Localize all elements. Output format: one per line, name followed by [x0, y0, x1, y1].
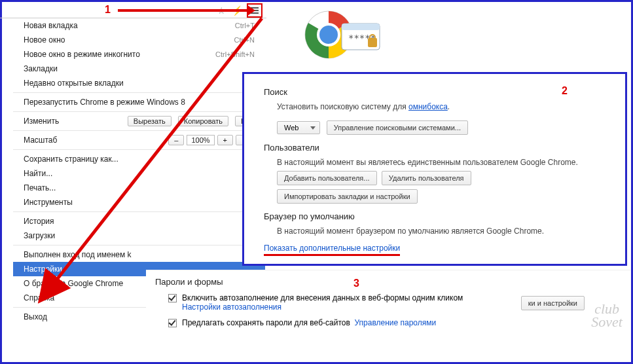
zoom-out-button[interactable]: – — [168, 135, 184, 145]
autofill-settings-link[interactable]: Настройки автозаполнения — [182, 302, 281, 312]
manage-passwords-link[interactable]: Управление паролями — [354, 318, 436, 327]
menu-label: Справка — [24, 293, 54, 302]
menu-label: Недавно открытые вкладки — [24, 79, 124, 88]
chevron-down-icon — [310, 126, 316, 130]
autofill-label: Включить автозаполнение для внесения дан… — [182, 293, 463, 302]
menu-label: Настройки — [24, 264, 62, 274]
offer-save-label: Предлагать сохранять пароли для веб-сайт… — [182, 318, 350, 327]
menu-new-tab[interactable]: Новая вкладка Ctrl+T — [13, 18, 265, 33]
step-1-label: 1 — [105, 4, 111, 16]
omnibox-link[interactable]: омнибокса — [408, 102, 448, 111]
import-bookmarks-button-fragment[interactable]: ки и настройки — [521, 296, 585, 310]
menu-label: Закладки — [24, 64, 58, 73]
menu-bookmarks[interactable]: Закладки — [13, 62, 265, 76]
menu-shortcut: Ctrl+N — [234, 36, 255, 44]
menu-zoom-row: Масштаб – 100% + ⛶ — [13, 133, 265, 147]
offer-save-passwords-checkbox[interactable] — [168, 319, 177, 327]
delete-user-button[interactable]: Удалить пользователя — [382, 171, 471, 185]
search-engine-value: Web — [284, 124, 298, 132]
menu-save-page[interactable]: Сохранить страницу как... — [13, 152, 265, 166]
search-desc-suffix: . — [448, 102, 450, 111]
menu-label: Перезапустить Chrome в режиме Windows 8 — [24, 98, 185, 107]
menu-label: Новое окно — [24, 35, 65, 45]
arrow-to-menu-button — [118, 9, 249, 12]
step-2-label: 2 — [562, 85, 568, 97]
menu-label: Загрузки — [24, 231, 55, 240]
menu-new-window[interactable]: Новое окно Ctrl+N — [13, 33, 265, 47]
show-advanced-settings-link[interactable]: Показать дополнительные настройки — [264, 244, 400, 253]
zoom-in-button[interactable]: + — [217, 135, 233, 145]
menu-incognito[interactable]: Новое окно в режиме инкогнито Ctrl+Shift… — [13, 47, 265, 62]
menu-separator — [13, 92, 265, 93]
svg-point-1 — [318, 24, 339, 45]
autofill-checkbox[interactable] — [168, 294, 177, 302]
menu-history[interactable]: История — [13, 214, 265, 228]
step-3-label: 3 — [353, 278, 359, 289]
import-bookmarks-button[interactable]: Импортировать закладки и настройки — [277, 189, 418, 204]
menu-label: Новое окно в режиме инкогнито — [24, 50, 140, 59]
menu-shortcut: Ctrl+Shift+N — [215, 50, 255, 58]
users-desc: В настоящий момент вы являетесь единстве… — [277, 158, 612, 167]
menu-zoom-label: Масштаб — [24, 136, 57, 145]
menu-label: О браузере Google Chrome — [24, 279, 123, 288]
menu-separator — [13, 211, 265, 212]
menu-label: История — [24, 217, 54, 226]
add-user-button[interactable]: Добавить пользователя... — [277, 171, 377, 185]
svg-rect-3 — [342, 24, 380, 30]
menu-shortcut: Ctrl+T — [235, 22, 255, 29]
menu-edit-row: Изменить Вырезать Копировать Вст — [13, 114, 265, 128]
search-desc-prefix: Установить поисковую систему для — [277, 102, 408, 111]
menu-tools[interactable]: Инструменты — [13, 195, 265, 209]
menu-relaunch-win8[interactable]: Перезапустить Chrome в режиме Windows 8 — [13, 95, 265, 109]
menu-downloads[interactable]: Загрузки — [13, 228, 265, 243]
copy-button[interactable]: Копировать — [178, 116, 228, 126]
menu-signed-in[interactable]: Выполнен вход под именем k — [13, 247, 265, 262]
search-engine-select[interactable]: Web — [277, 121, 320, 134]
menu-label: Печать... — [24, 183, 56, 192]
menu-edit-label: Изменить — [24, 117, 59, 126]
menu-separator — [13, 111, 265, 112]
menu-label: Выполнен вход под именем k — [24, 250, 132, 259]
menu-label: Выход — [24, 312, 47, 321]
manage-search-engines-button[interactable]: Управление поисковыми системами... — [327, 120, 468, 135]
passwords-heading: Пароли и формы — [155, 277, 621, 287]
menu-separator — [13, 149, 265, 150]
menu-label: Найти... — [24, 169, 52, 178]
menu-label: Сохранить страницу как... — [24, 155, 118, 164]
menu-recent-tabs[interactable]: Недавно открытые вкладки — [13, 76, 265, 90]
search-heading: Поиск — [264, 87, 612, 97]
menu-separator — [13, 130, 265, 131]
chrome-password-illustration: ***** — [301, 5, 386, 64]
menu-separator — [13, 245, 265, 246]
menu-find[interactable]: Найти... — [13, 166, 265, 181]
users-heading: Пользователи — [264, 143, 612, 153]
zoom-value: 100% — [187, 135, 214, 145]
menu-label: Новая вкладка — [24, 21, 78, 30]
menu-print[interactable]: Печать... — [13, 181, 265, 195]
settings-panel: Поиск Установить поисковую систему для о… — [242, 72, 627, 266]
cut-button[interactable]: Вырезать — [128, 116, 172, 126]
default-browser-desc: В настоящий момент браузером по умолчани… — [277, 227, 612, 236]
menu-label: Инструменты — [24, 198, 73, 207]
default-browser-heading: Браузер по умолчанию — [264, 211, 612, 221]
